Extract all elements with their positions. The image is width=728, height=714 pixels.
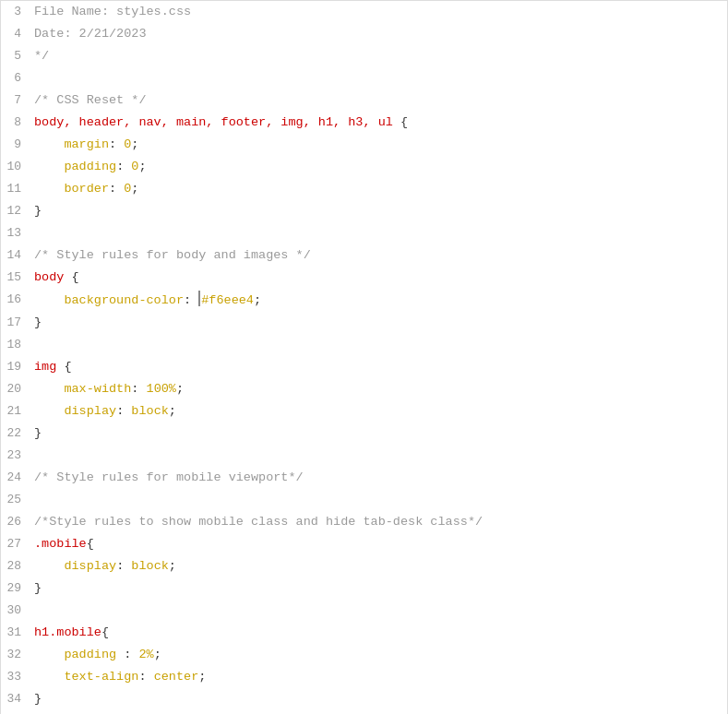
token: ; [138, 160, 146, 173]
token: text-align [64, 670, 138, 684]
line-content [27, 222, 727, 244]
token [34, 160, 64, 173]
code-row: 27.mobile{ [1, 533, 727, 555]
code-row: 22} [1, 422, 727, 445]
code-row: 17} [1, 312, 727, 334]
line-number: 11 [1, 178, 27, 200]
token: body [34, 270, 64, 284]
line-content: display: block; [27, 555, 727, 577]
line-number: 4 [1, 23, 27, 45]
token: : [131, 382, 146, 396]
line-number: 9 [1, 134, 27, 156]
line-number: 17 [1, 312, 27, 334]
line-content: padding : 2%; [27, 644, 727, 666]
code-row: 3File Name: styles.css [1, 1, 727, 23]
line-content: background-color: #f6eee4; [27, 289, 727, 312]
token: border [64, 182, 109, 196]
code-row: 14/* Style rules for body and images */ [1, 244, 727, 267]
token: ; [131, 137, 138, 151]
token: : [124, 648, 138, 661]
token: : [184, 293, 198, 307]
code-row: 28 display: block; [1, 555, 727, 577]
token: } [34, 692, 42, 706]
line-number: 18 [1, 334, 27, 356]
code-row: 18 [1, 334, 727, 356]
token: : [116, 160, 131, 173]
code-row: 16 background-color: #f6eee4; [1, 289, 727, 312]
token: { [56, 360, 71, 374]
token: } [34, 315, 42, 329]
token: */ [34, 49, 49, 63]
line-number: 31 [1, 622, 27, 644]
token: 2% [138, 648, 153, 661]
line-content [27, 600, 727, 622]
code-row: 20 max-width: 100%; [1, 378, 727, 400]
token [34, 670, 64, 684]
code-row: 34} [1, 688, 727, 710]
token: body, header, nav, main, footer, img, h1… [34, 115, 393, 129]
line-number: 26 [1, 511, 27, 533]
line-number: 8 [1, 112, 27, 134]
code-row: 29} [1, 577, 727, 600]
token: ; [176, 382, 184, 396]
line-content: margin: 0; [27, 134, 727, 156]
line-number: 23 [1, 445, 27, 467]
line-content [27, 710, 727, 714]
line-number: 22 [1, 422, 27, 445]
code-row: 35 [1, 710, 727, 714]
line-content: } [27, 200, 727, 222]
code-row: 11 border: 0; [1, 178, 727, 200]
token: /* Style rules for body and images */ [34, 248, 311, 262]
line-content [27, 489, 727, 511]
line-content: } [27, 688, 727, 710]
token [34, 382, 64, 396]
token: File Name: styles.css [34, 5, 191, 18]
line-number: 5 [1, 45, 27, 67]
token [34, 137, 64, 151]
token: ; [254, 293, 261, 307]
line-number: 33 [1, 666, 27, 688]
token: 100% [147, 382, 176, 396]
line-content: /* Style rules for body and images */ [27, 244, 727, 267]
line-number: 19 [1, 356, 27, 378]
line-content: File Name: styles.css [27, 1, 727, 23]
code-row: 13 [1, 222, 727, 244]
line-content: /*Style rules to show mobile class and h… [27, 511, 727, 533]
token: : [116, 559, 131, 573]
code-row: 15body { [1, 267, 727, 289]
line-number: 10 [1, 156, 27, 178]
line-number: 12 [1, 200, 27, 222]
line-content: Date: 2/21/2023 [27, 23, 727, 45]
line-content: /* CSS Reset */ [27, 89, 727, 112]
line-content: max-width: 100%; [27, 378, 727, 400]
token: /*Style rules to show mobile class and h… [34, 515, 483, 529]
token: : [138, 670, 153, 684]
code-row: 21 display: block; [1, 400, 727, 422]
line-content: body { [27, 267, 727, 289]
token: ; [169, 404, 176, 418]
token: max-width [64, 382, 131, 396]
code-row: 10 padding: 0; [1, 156, 727, 178]
token: { [101, 625, 109, 639]
line-content [27, 67, 727, 89]
token: ; [131, 182, 138, 196]
color-swatch: #f6eee4 [198, 293, 254, 307]
token: block [131, 559, 169, 573]
token: .mobile [34, 537, 87, 551]
token: : [109, 137, 124, 151]
line-content: */ [27, 45, 727, 67]
token [34, 293, 64, 307]
line-number: 3 [1, 1, 27, 23]
token: ; [169, 559, 176, 573]
line-number: 35 [1, 710, 27, 714]
line-number: 32 [1, 644, 27, 666]
code-row: 23 [1, 445, 727, 467]
line-number: 30 [1, 600, 27, 622]
code-row: 4Date: 2/21/2023 [1, 23, 727, 45]
line-number: 21 [1, 400, 27, 422]
line-content [27, 445, 727, 467]
line-content: body, header, nav, main, footer, img, h1… [27, 112, 727, 134]
token: ; [154, 648, 161, 661]
line-content: } [27, 312, 727, 334]
code-row: 6 [1, 67, 727, 89]
